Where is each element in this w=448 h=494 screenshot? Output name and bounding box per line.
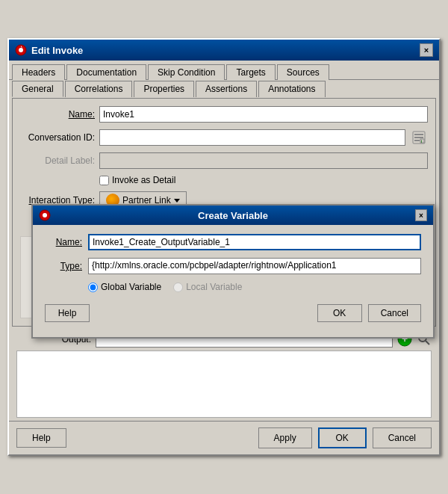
cv-radio-local-label: Local Variable [186,282,242,292]
cv-name-row: Name: [45,234,421,250]
cv-type-label: Type: [45,261,82,271]
tab-annotations[interactable]: Annotations [258,81,325,97]
cv-ok-button[interactable]: OK [317,304,362,322]
tab-headers[interactable]: Headers [12,64,65,80]
title-bar: Edit Invoke × [9,40,439,61]
cv-radio-local-input[interactable] [173,282,183,292]
cancel-button[interactable]: Cancel [373,427,432,448]
tab-correlations[interactable]: Correlations [65,81,133,97]
cv-name-input[interactable] [88,234,421,250]
svg-rect-5 [414,140,420,141]
name-input[interactable] [99,106,428,123]
cv-cancel-button[interactable]: Cancel [368,304,421,322]
invoke-as-detail-label: Invoke as Detail [112,175,175,185]
edit-invoke-dialog: Edit Invoke × Headers Documentation Skip… [7,38,441,456]
conversation-id-row: Conversation ID: i [20,129,428,146]
bottom-btn-group: Apply OK Cancel [258,427,432,448]
dropdown-arrow-icon [174,199,180,203]
detail-label-input [99,152,428,169]
cv-type-row: Type: {http://xmlns.oracle.com/pcbpel/ad… [45,258,421,274]
svg-line-17 [426,341,429,345]
svg-rect-3 [414,134,423,135]
conversation-id-label: Conversation ID: [20,132,95,143]
name-label: Name: [20,109,95,120]
tabs-row-1: Headers Documentation Skip Condition Tar… [9,61,439,79]
help-button[interactable]: Help [16,428,66,448]
cv-dialog-title: Create Variable [51,210,415,221]
apply-button[interactable]: Apply [258,427,312,448]
cv-oracle-icon [39,209,51,221]
cv-radio-local[interactable]: Local Variable [173,282,242,292]
output-list-area [16,351,432,418]
tab-sources[interactable]: Sources [277,64,329,80]
svg-rect-4 [414,137,423,138]
invoke-as-detail-checkbox[interactable] [99,176,109,185]
conversation-id-input[interactable] [99,129,405,146]
tab-skip-condition[interactable]: Skip Condition [148,64,225,80]
tab-properties[interactable]: Properties [134,81,194,97]
title-bar-left: Edit Invoke [15,44,83,56]
cv-radio-global-label: Global Variable [101,282,161,292]
name-row: Name: [20,106,428,123]
tab-documentation[interactable]: Documentation [66,64,146,80]
cv-type-value: {http://xmlns.oracle.com/pcbpel/adapter/… [88,258,421,274]
svg-point-1 [19,48,23,52]
tabs-row-2: General Correlations Properties Assertio… [9,79,439,96]
cv-radio-global[interactable]: Global Variable [88,282,161,292]
detail-label-label: Detail Label: [20,155,95,166]
cv-name-label: Name: [45,237,82,247]
close-button[interactable]: × [420,43,433,57]
cv-right-buttons: OK Cancel [317,304,421,322]
cv-help-button[interactable]: Help [45,304,90,322]
cv-buttons-row: Help OK Cancel [45,301,421,328]
tab-targets[interactable]: Targets [226,64,275,80]
create-variable-dialog: Create Variable × Name: Type: {http://xm… [31,204,435,339]
ok-button[interactable]: OK [318,427,367,448]
svg-point-13 [43,213,47,217]
spreadsheet-icon: i [411,130,426,145]
tab-general[interactable]: General [12,81,63,97]
cv-radio-row: Global Variable Local Variable [45,282,421,292]
dialog-title: Edit Invoke [31,45,83,56]
cv-radio-global-input[interactable] [88,282,98,292]
cv-close-button[interactable]: × [415,209,427,221]
cv-title-bar: Create Variable × [33,206,433,225]
tab-assertions[interactable]: Assertions [196,81,257,97]
bottom-buttons: Help Apply OK Cancel [9,421,439,454]
invoke-as-detail-row: Invoke as Detail [20,175,428,185]
cv-content: Name: Type: {http://xmlns.oracle.com/pcb… [33,225,433,337]
detail-label-row: Detail Label: [20,152,428,169]
spreadsheet-icon-btn[interactable]: i [410,129,428,146]
output-section-real: Output: + [16,331,432,418]
oracle-icon [15,44,27,56]
